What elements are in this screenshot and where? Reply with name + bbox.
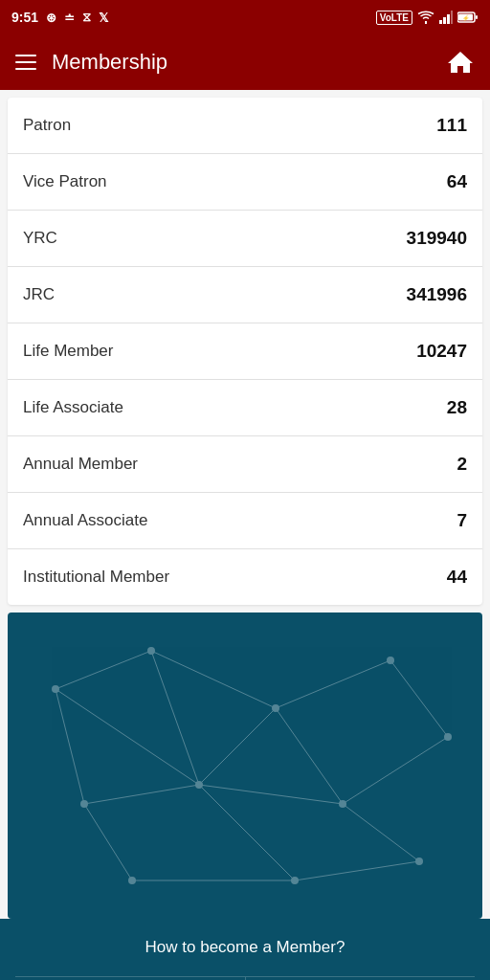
svg-line-32 bbox=[56, 689, 199, 785]
svg-line-24 bbox=[199, 785, 343, 804]
bottom-section: How to become a Member? Become a Member … bbox=[0, 919, 490, 980]
row-label: Patron bbox=[23, 116, 71, 135]
how-to-text: How to become a Member? bbox=[15, 938, 475, 957]
signal-icon bbox=[439, 11, 453, 24]
network-svg bbox=[8, 612, 482, 919]
table-row[interactable]: Annual Associate7 bbox=[8, 493, 482, 549]
svg-line-26 bbox=[56, 689, 84, 804]
svg-rect-0 bbox=[439, 20, 442, 24]
svg-line-34 bbox=[276, 708, 343, 804]
table-row[interactable]: JRC341996 bbox=[8, 267, 482, 323]
page-title: Membership bbox=[52, 50, 167, 75]
row-value: 64 bbox=[447, 171, 467, 192]
svg-line-31 bbox=[199, 708, 276, 785]
svg-line-20 bbox=[151, 651, 276, 708]
row-value: 44 bbox=[447, 567, 467, 588]
row-value: 319940 bbox=[407, 228, 467, 249]
svg-line-30 bbox=[343, 804, 419, 861]
table-row[interactable]: Annual Member2 bbox=[8, 436, 482, 493]
decorative-bg bbox=[8, 612, 482, 919]
bottom-buttons: Become a Member Download Certificate bbox=[15, 976, 475, 980]
svg-rect-6 bbox=[476, 15, 478, 19]
app-header: Membership bbox=[0, 34, 490, 90]
svg-rect-3 bbox=[451, 11, 453, 24]
volte-badge: VoLTE bbox=[376, 11, 412, 25]
svg-line-23 bbox=[343, 737, 448, 804]
membership-table: Patron111Vice Patron64YRC319940JRC341996… bbox=[8, 98, 482, 605]
battery-icon: ⚡ bbox=[457, 11, 479, 23]
row-label: Life Member bbox=[23, 342, 113, 361]
timer-icon: ⧖ bbox=[82, 10, 91, 25]
whatsapp-icon: ⊛ bbox=[46, 11, 56, 25]
row-label: JRC bbox=[23, 285, 55, 304]
twitter-icon: 𝕏 bbox=[99, 11, 108, 25]
table-row[interactable]: YRC319940 bbox=[8, 211, 482, 267]
row-label: Life Associate bbox=[23, 398, 123, 417]
table-row[interactable]: Institutional Member44 bbox=[8, 549, 482, 605]
row-value: 2 bbox=[457, 454, 467, 475]
message-icon: ≐ bbox=[64, 11, 75, 25]
table-row[interactable]: Life Associate28 bbox=[8, 380, 482, 436]
status-left: 9:51 ⊛ ≐ ⧖ 𝕏 bbox=[11, 10, 108, 25]
status-right: VoLTE ⚡ bbox=[376, 11, 479, 25]
header-left: Membership bbox=[15, 50, 167, 75]
row-value: 10247 bbox=[416, 341, 467, 362]
home-icon[interactable] bbox=[446, 48, 475, 77]
table-row[interactable]: Life Member10247 bbox=[8, 323, 482, 380]
wifi-icon bbox=[417, 11, 434, 24]
row-label: Vice Patron bbox=[23, 172, 107, 191]
row-value: 28 bbox=[447, 397, 467, 418]
row-value: 111 bbox=[436, 115, 467, 136]
svg-rect-2 bbox=[447, 14, 450, 24]
row-label: Annual Associate bbox=[23, 511, 147, 530]
status-time: 9:51 bbox=[11, 10, 38, 25]
table-row[interactable]: Vice Patron64 bbox=[8, 154, 482, 211]
svg-line-33 bbox=[151, 651, 199, 785]
row-value: 341996 bbox=[407, 284, 467, 305]
row-label: Annual Member bbox=[23, 455, 138, 474]
svg-line-21 bbox=[276, 660, 390, 708]
row-value: 7 bbox=[457, 510, 467, 531]
svg-rect-1 bbox=[443, 17, 446, 24]
svg-line-19 bbox=[56, 651, 151, 689]
hamburger-menu[interactable] bbox=[15, 55, 36, 70]
svg-line-22 bbox=[390, 660, 448, 737]
table-row[interactable]: Patron111 bbox=[8, 98, 482, 154]
status-bar: 9:51 ⊛ ≐ ⧖ 𝕏 VoLTE ⚡ bbox=[0, 0, 490, 34]
svg-line-35 bbox=[199, 785, 295, 880]
svg-line-25 bbox=[84, 785, 199, 804]
row-label: Institutional Member bbox=[23, 568, 169, 587]
svg-line-27 bbox=[84, 804, 132, 880]
svg-text:⚡: ⚡ bbox=[462, 14, 470, 22]
row-label: YRC bbox=[23, 229, 57, 248]
svg-line-29 bbox=[295, 861, 419, 880]
